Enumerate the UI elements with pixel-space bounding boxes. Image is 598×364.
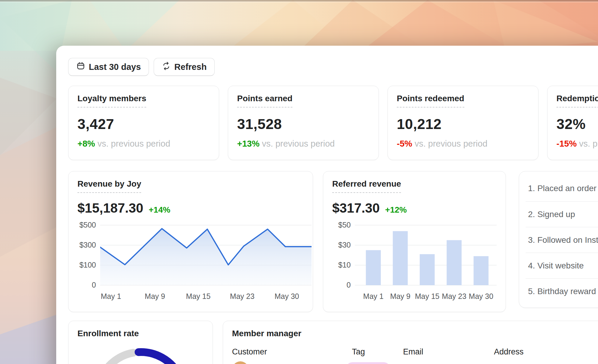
refresh-label: Refresh [174,62,207,72]
list-item-followed-instagram[interactable]: 3. Followed on Instagram [526,227,598,253]
y-axis-label: $30 [338,241,351,249]
column-header-tag: Tag [352,347,403,357]
list-item-placed-order[interactable]: 1. Placed an order [526,176,598,201]
revenue-by-joy-card: Revenue by Joy $15,187.30 +14% $500$300$… [68,171,313,312]
member-manager-title: Member manager [232,329,598,338]
list-item-label: 1. Placed an order [528,184,597,193]
referred-chart: $50$30$100 May 1May 9May 15May 23May 30 [332,223,497,302]
stat-delta: +8% [77,139,95,148]
stats-row: Loyalty members 3,427 +8% vs. previous p… [68,86,598,160]
avatar [232,361,249,364]
refresh-button[interactable]: Refresh [154,58,215,76]
stat-delta: +13% [237,139,260,148]
y-axis-label: $50 [338,221,351,229]
list-item-visit-website[interactable]: 4. Visit website [526,253,598,278]
member-manager-card: Member manager Customer Tag Email Addres… [223,321,598,364]
x-axis-label: May 9 [390,292,411,301]
chart-title: Revenue by Joy [77,179,141,193]
referred-bar-chart [355,223,497,287]
member-table-header: Customer Tag Email Address [232,347,598,357]
x-axis-label: May 15 [186,292,210,301]
stat-title: Points redeemed [397,94,464,107]
stat-card-points-redeemed: Points redeemed 10,212 -5% vs. previous … [388,86,538,160]
y-axis-label: 0 [92,281,96,289]
x-axis-label: May 23 [442,292,466,301]
y-axis-label: 0 [347,281,351,289]
calendar-icon [76,62,85,73]
referred-total: $317.30 [332,201,380,216]
stat-value: 10,212 [397,116,529,132]
x-axis-label: May 30 [469,292,493,301]
x-axis-label: May 23 [230,292,254,301]
stat-comparison: vs. previous period [579,139,598,148]
date-range-label: Last 30 days [89,62,141,72]
stat-comparison: vs. previous period [415,139,487,148]
customer-cell: William Lindorff [232,361,352,364]
list-item-label: 3. Followed on Instagram [528,235,598,245]
revenue-y-axis: $500$300$1000 [77,223,96,287]
tag-pill [346,362,390,364]
enrollment-donut-chart [77,343,204,364]
revenue-chart: $500$300$1000 May 1May 9May 15May 23May … [77,223,312,302]
enrollment-rate-card: Enrollment rate [68,321,213,364]
x-axis-label: May 1 [101,292,121,301]
referred-revenue-card: Referred revenue $317.30 +12% $50$30$100… [323,171,506,312]
enrollment-title: Enrollment rate [77,329,204,338]
list-item-label: 2. Signed up [528,210,575,219]
list-item-signed-up[interactable]: 2. Signed up [526,201,598,227]
stat-comparison: vs. previous period [262,139,335,148]
stat-card-loyalty-members: Loyalty members 3,427 +8% vs. previous p… [68,86,219,160]
y-axis-label: $300 [79,241,96,249]
list-item-label: 4. Visit website [528,261,584,271]
chart-title: Referred revenue [332,179,401,193]
stat-delta: -5% [397,139,412,148]
x-axis-label: May 1 [363,292,384,301]
stat-value: 3,427 [77,116,210,132]
toolbar: Last 30 days Refresh [68,58,598,76]
stat-value: 32% [556,116,598,132]
x-axis-label: May 15 [415,292,440,301]
ways-to-earn-list: 1. Placed an order 2. Signed up 3. Follo… [519,171,598,308]
y-axis-label: $100 [79,261,96,269]
stat-delta: -15% [556,139,577,148]
stat-title: Loyalty members [77,94,146,107]
column-header-customer: Customer [232,347,352,357]
table-row[interactable]: William Lindorff [232,361,598,364]
revenue-delta: +14% [149,205,170,215]
column-header-address: Address [494,347,598,357]
stat-title: Redemption rate [556,94,598,107]
stat-value: 31,528 [237,116,370,132]
stat-comparison: vs. previous period [97,139,170,148]
referred-y-axis: $50$30$100 [332,223,351,287]
y-axis-label: $10 [338,261,351,269]
x-axis-label: May 30 [274,292,299,301]
revenue-line-chart [100,223,312,287]
revenue-total: $15,187.30 [77,201,143,216]
bottom-row: Enrollment rate Member manager Customer … [68,321,598,364]
y-axis-label: $500 [79,221,96,229]
date-range-button[interactable]: Last 30 days [68,58,149,76]
list-item-birthday-reward[interactable]: 5. Birthday reward [526,278,598,304]
stat-title: Points earned [237,94,292,107]
column-header-email: Email [403,347,494,357]
refresh-icon [162,62,171,73]
dashboard-window: Last 30 days Refresh Loyalty members 3,4… [56,46,598,364]
charts-row: Revenue by Joy $15,187.30 +14% $500$300$… [68,171,598,312]
referred-x-axis: May 1May 9May 15May 23May 30 [355,292,497,302]
x-axis-label: May 9 [145,292,165,301]
stat-card-points-earned: Points earned 31,528 +13% vs. previous p… [228,86,379,160]
revenue-x-axis: May 1May 9May 15May 23May 30 [100,292,312,302]
referred-delta: +12% [385,205,407,215]
list-item-label: 5. Birthday reward [528,287,596,296]
stat-card-redemption-rate: Redemption rate 32% -15% vs. previous pe… [547,86,598,160]
